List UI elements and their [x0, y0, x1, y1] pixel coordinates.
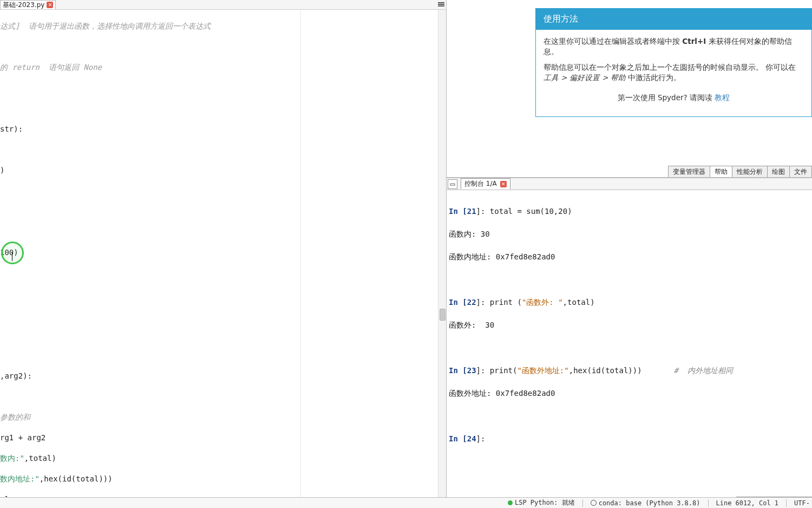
console-line: ,total) — [563, 298, 595, 307]
help-card-title: 使用方法 — [536, 9, 811, 30]
console-prompt-num: 23 — [467, 366, 476, 375]
console-line-str: "函数外: " — [522, 298, 563, 307]
editor-line-str: 数内:" — [0, 454, 24, 463]
editor-tabbar: 基础-2023.py ✕ — [0, 0, 446, 10]
status-conda-text: conda: base (Python 3.8.8) — [599, 499, 700, 507]
help-card: 使用方法 在这里你可以通过在编辑器或者终端中按 Ctrl+I 来获得任何对象的帮… — [535, 8, 812, 117]
editor-line: ,total) — [24, 454, 56, 463]
cursor-highlight-icon — [1, 242, 24, 264]
help-footer-text: 第一次使用 Spyder? 请阅读 — [618, 93, 712, 102]
tab-files[interactable]: 文件 — [789, 166, 812, 177]
status-lsp-text: LSP Python: 就绪 — [515, 498, 575, 507]
close-icon[interactable]: ✕ — [47, 2, 53, 8]
console-line-str: "函数外地址:" — [517, 366, 568, 375]
help-card-body: 在这里你可以通过在编辑器或者终端中按 Ctrl+I 来获得任何对象的帮助信息。 … — [536, 30, 811, 116]
console-out: 函数内: 30 — [449, 229, 810, 240]
editor-line: rg1 + arg2 — [0, 433, 45, 442]
right-panel: 使用方法 在这里你可以通过在编辑器或者终端中按 Ctrl+I 来获得任何对象的帮… — [447, 0, 812, 508]
status-encoding[interactable]: UTF- — [794, 499, 810, 507]
console-prompt-num: 21 — [467, 207, 476, 216]
console-line: ]: print( — [476, 366, 518, 375]
editor-panel: 基础-2023.py ✕ 达式] 语句用于退出函数，选择性地向调用方返回一个表达… — [0, 0, 447, 508]
help-text: 帮助信息可以在一个对象之后加上一个左圆括号的时候自动显示。 你可以在 — [543, 63, 796, 71]
console-comment: # 内外地址相同 — [674, 366, 733, 375]
console-output[interactable]: In [21]: total = sum(10,20) 函数内: 30 函数内地… — [447, 190, 812, 508]
console-tab[interactable]: 控制台 1/A ✕ — [461, 178, 510, 190]
tab-variable-explorer[interactable]: 变量管理器 — [668, 166, 710, 177]
status-conda[interactable]: conda: base (Python 3.8.8) — [591, 499, 700, 507]
close-icon[interactable]: ✕ — [500, 181, 507, 187]
status-line-col[interactable]: Line 6012, Col 1 — [716, 499, 779, 507]
console-tabbar: ▭ 控制台 1/A ✕ — [447, 178, 812, 190]
text-cursor — [12, 252, 12, 261]
console-out: 函数内地址: 0x7fed8e82ad0 — [449, 251, 810, 263]
help-text: 中激活此行为。 — [626, 73, 681, 82]
editor-line: ) — [0, 166, 4, 174]
console-options-icon[interactable]: ▭ — [448, 179, 457, 189]
editor-line-str: 数内地址:" — [0, 474, 40, 483]
console-panel: ▭ 控制台 1/A ✕ In [21]: total = sum(10,20) … — [447, 178, 812, 508]
scrollbar-thumb[interactable] — [440, 309, 446, 321]
tab-profiler[interactable]: 性能分析 — [732, 166, 768, 177]
editor-line: 参数的和 — [0, 413, 30, 421]
console-line: ,hex(id(total))) — [569, 366, 642, 375]
editor-line: ,arg2): — [0, 372, 32, 380]
hamburger-icon[interactable] — [437, 1, 445, 8]
tab-plots[interactable]: 绘图 — [767, 166, 790, 177]
status-bar: LSP Python: 就绪 conda: base (Python 3.8.8… — [0, 497, 812, 508]
right-upper-tabs: 变量管理器 帮助 性能分析 绘图 文件 — [669, 166, 812, 177]
help-panel: 使用方法 在这里你可以通过在编辑器或者终端中按 Ctrl+I 来获得任何对象的帮… — [447, 0, 812, 178]
console-prompt-num: 24 — [467, 434, 476, 443]
help-shortcut: Ctrl+I — [682, 37, 706, 45]
console-tab-label: 控制台 1/A — [464, 179, 497, 188]
conda-icon — [591, 500, 597, 506]
editor-tab-filename: 基础-2023.py — [3, 1, 44, 10]
console-line: ]: print ( — [476, 298, 522, 307]
help-menu-path: 工具 > 偏好设置 > 帮助 — [543, 73, 626, 82]
editor-scrollbar[interactable] — [438, 10, 446, 508]
console-line: ]: — [476, 434, 490, 443]
help-tutorial-link[interactable]: 教程 — [715, 93, 730, 102]
editor-line: str): — [0, 125, 23, 133]
status-lsp[interactable]: LSP Python: 就绪 — [508, 498, 575, 507]
editor-vertical-guide — [300, 10, 301, 508]
console-out: 函数外: 30 — [449, 320, 810, 331]
status-ok-icon — [508, 500, 513, 505]
editor-line: ,hex(id(total))) — [40, 474, 113, 483]
console-out: 函数外地址: 0x7fed8e82ad0 — [449, 388, 810, 399]
editor-tab[interactable]: 基础-2023.py ✕ — [0, 0, 56, 9]
editor-line: 的 return 语句返回 None — [0, 63, 102, 71]
code-editor[interactable]: 达式] 语句用于退出函数，选择性地向调用方返回一个表达式 的 return 语句… — [0, 10, 446, 508]
help-text: 在这里你可以通过在编辑器或者终端中按 — [543, 37, 682, 45]
tab-help[interactable]: 帮助 — [710, 166, 732, 177]
editor-line: 达式] 语句用于退出函数，选择性地向调用方返回一个表达式 — [0, 22, 211, 30]
console-line: ]: total = sum(10,20) — [476, 207, 572, 216]
console-prompt-num: 22 — [467, 298, 476, 307]
